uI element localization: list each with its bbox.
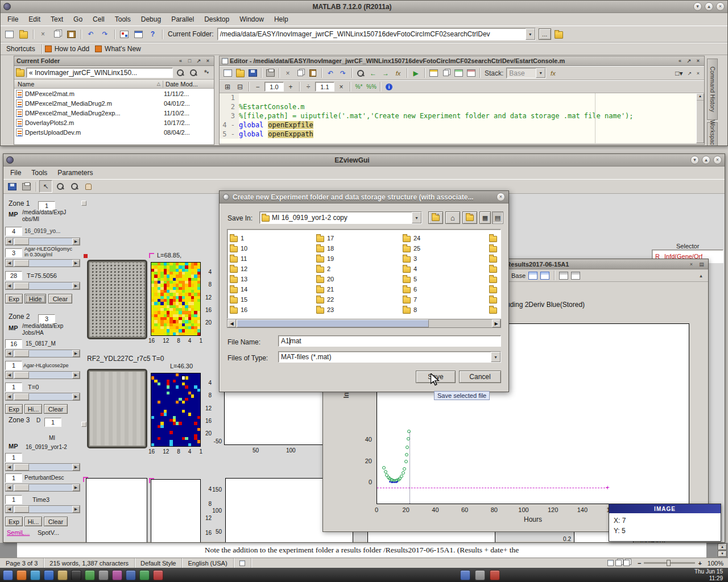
heatmap-zone2[interactable] xyxy=(151,373,201,447)
grid-view-icon[interactable]: ▦ xyxy=(479,211,491,224)
stack-combo[interactable]: Base ▾ xyxy=(506,68,546,78)
ezview-titlebar[interactable]: EZviewGui ▾ ▴ × xyxy=(3,154,725,167)
taskbar-icon[interactable] xyxy=(57,570,68,580)
taskbar-icon[interactable] xyxy=(112,570,122,580)
scroll-down-icon[interactable]: ▾ xyxy=(718,551,727,558)
clock[interactable]: Thu Jun 15 11:29 xyxy=(694,568,723,582)
maximize-icon[interactable]: ▴ xyxy=(702,156,710,164)
dialog-titlebar[interactable]: Create new Experiment folder and data st… xyxy=(220,191,508,203)
column-date[interactable]: Date Mod... xyxy=(163,81,214,88)
dock-icon[interactable]: « xyxy=(676,58,684,64)
copy-icon[interactable] xyxy=(51,28,64,40)
folder-item[interactable]: 14 xyxy=(230,284,316,294)
scroll-up-icon[interactable]: ▴ xyxy=(718,543,727,550)
fx-icon[interactable]: fx xyxy=(392,68,404,78)
scroll-right-icon[interactable]: ▶ xyxy=(492,319,500,327)
help-icon[interactable]: ? xyxy=(146,28,159,40)
folder-item[interactable]: 10 xyxy=(230,243,316,253)
undock-editor-icon[interactable]: ↗ xyxy=(686,70,693,76)
save-icon[interactable] xyxy=(6,180,19,193)
folder-item[interactable]: 17 xyxy=(316,233,403,243)
current-folder-combo[interactable]: /media/data/EASY/InovImager_jwrCF_WINLin… xyxy=(217,28,536,40)
minimize-panel-icon[interactable]: □ xyxy=(186,58,193,64)
pan-hand-icon[interactable] xyxy=(82,180,95,193)
zone2-exp-button[interactable]: Exp xyxy=(5,404,23,414)
menu-item[interactable]: Text xyxy=(46,14,68,24)
increase-icon[interactable]: + xyxy=(285,81,296,92)
zone1-field3[interactable]: 28 xyxy=(5,271,22,280)
zone1-slider3[interactable]: ◀▶ xyxy=(5,282,80,290)
folder-item[interactable]: 13 xyxy=(230,274,316,284)
zoom-track[interactable] xyxy=(644,562,695,564)
menu-item[interactable]: Parameters xyxy=(53,168,97,178)
writer-page[interactable]: Note the addition to the experiment fold… xyxy=(17,543,706,558)
menu-item[interactable]: Debug xyxy=(136,14,166,24)
print-icon[interactable] xyxy=(20,180,33,193)
code-area[interactable]: 1 2%EstartConsole.m 3%[file,path] = uipu… xyxy=(220,93,704,143)
cell-run-advance-icon[interactable] xyxy=(465,68,477,78)
cut-icon[interactable]: × xyxy=(282,68,293,78)
zone3-count-field[interactable]: 1 xyxy=(44,418,61,427)
close-icon[interactable]: × xyxy=(713,156,722,164)
folder-item[interactable]: 15 xyxy=(230,294,316,305)
image-window-titlebar[interactable]: IMAGE xyxy=(609,504,721,513)
undock-icon[interactable]: ↗ xyxy=(685,58,693,64)
scroll-up-icon[interactable]: ▴ xyxy=(697,94,704,101)
search-plus-icon[interactable] xyxy=(188,67,199,78)
shortcut-how-to-add[interactable]: How to Add xyxy=(53,45,94,53)
open-icon[interactable] xyxy=(234,68,246,78)
cut-icon[interactable]: × xyxy=(36,28,49,40)
file-row[interactable]: DMPexcel2mat.m 11/11/2... xyxy=(14,89,214,98)
new-file-icon[interactable] xyxy=(3,28,16,40)
code-line[interactable]: 5 -globalopenExppath xyxy=(220,130,704,139)
close-icon[interactable]: × xyxy=(688,261,695,267)
code-line[interactable]: 1 xyxy=(220,93,704,102)
save-in-combo[interactable]: MI 16_0919_yor1-2 copy ▾ xyxy=(259,211,422,224)
zoom-thumb[interactable] xyxy=(667,560,671,566)
close-icon[interactable]: × xyxy=(716,2,725,11)
menu-item[interactable]: Go xyxy=(69,14,87,24)
shortcut-whats-new[interactable]: What's New xyxy=(103,45,146,53)
zoom-out-icon[interactable]: − xyxy=(638,560,641,567)
search-icon[interactable] xyxy=(175,67,186,78)
code-line[interactable]: 4 -globalopenExpfile xyxy=(220,120,704,130)
simulink-icon[interactable] xyxy=(118,28,131,40)
menu-item[interactable]: Tools xyxy=(110,14,135,24)
back-icon[interactable]: ← xyxy=(367,68,379,78)
zone2-hide-button[interactable]: Hi... xyxy=(24,404,42,414)
close-editor-icon[interactable]: × xyxy=(694,58,702,64)
cell-insert-icon[interactable] xyxy=(428,68,439,78)
zone3-slider1[interactable]: ◀▶ xyxy=(5,463,80,471)
zone2-clear-button[interactable]: Clear xyxy=(44,404,68,414)
zone3-slider2[interactable]: ◀▶ xyxy=(5,484,80,492)
folder-item[interactable]: 25 xyxy=(403,243,489,253)
taskbar-window-button[interactable] xyxy=(460,570,470,580)
folder-item[interactable]: 20 xyxy=(316,274,403,284)
zone1-slider2[interactable]: ◀▶ xyxy=(5,259,80,267)
folder-item[interactable]: 12 xyxy=(230,264,316,274)
folder-list-hscrollbar[interactable]: ◀ ▶ xyxy=(227,319,501,328)
folder-item[interactable] xyxy=(489,284,501,294)
file-row[interactable]: DpertsUploadDev.m 08/04/2... xyxy=(14,127,214,137)
percent-icon[interactable]: %* xyxy=(353,81,365,92)
undo-icon[interactable]: ↶ xyxy=(325,68,336,78)
folder-item[interactable] xyxy=(489,274,501,284)
undock-icon[interactable]: ↗ xyxy=(195,58,202,64)
matlab-titlebar[interactable]: MATLAB 7.12.0 (R2011a) ▾ ▴ × xyxy=(1,1,727,13)
run-icon[interactable]: ▶ xyxy=(410,68,421,78)
folder-item[interactable]: 21 xyxy=(316,284,403,294)
zone2-slider3[interactable]: ◀▶ xyxy=(5,393,80,401)
folder-item[interactable]: 8 xyxy=(403,305,489,315)
combo-arrow-icon[interactable]: ▾ xyxy=(412,212,421,223)
file-row[interactable]: DMPexcel2mat_MediaDrug2.m 04/01/2... xyxy=(14,98,214,108)
tab-command-history[interactable]: Command History xyxy=(707,59,718,120)
paste-icon[interactable] xyxy=(307,68,318,78)
image-icon[interactable] xyxy=(559,272,568,280)
heatmap-zone1[interactable] xyxy=(151,262,201,336)
redo-icon[interactable]: ↷ xyxy=(337,68,349,78)
menu-item[interactable]: Window xyxy=(235,14,268,24)
layout-icon[interactable] xyxy=(571,272,580,280)
status-language[interactable]: English (USA) xyxy=(182,558,233,568)
folder-item[interactable]: 11 xyxy=(230,253,316,264)
up-folder-icon[interactable] xyxy=(552,28,565,40)
